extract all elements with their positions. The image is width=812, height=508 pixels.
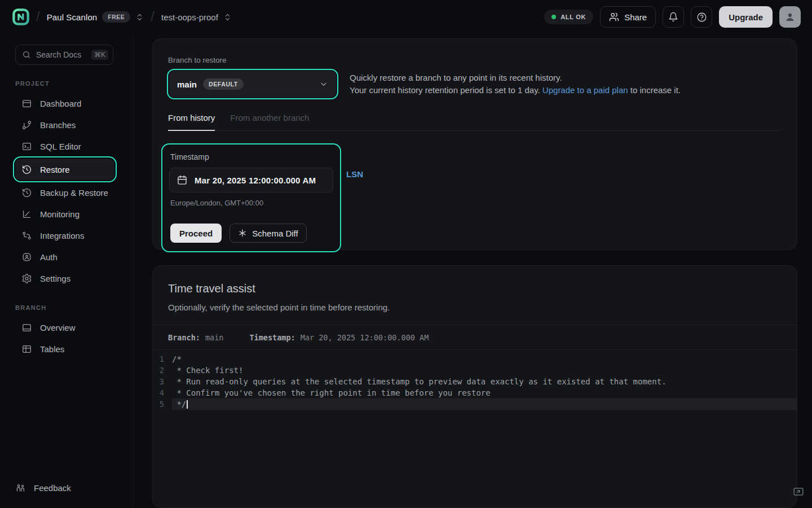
breadcrumb-divider: / xyxy=(151,8,155,24)
integrations-icon xyxy=(21,230,32,241)
default-branch-badge: DEFAULT xyxy=(203,78,244,90)
restore-panel: Branch to restore main DEFAULT Quickly r… xyxy=(152,38,797,250)
sidebar-section-branch: BRANCH xyxy=(15,304,133,311)
neon-logo-icon[interactable] xyxy=(12,8,29,25)
sidebar-item-restore[interactable]: Restore xyxy=(15,159,114,180)
sidebar: Search Docs ⌘K PROJECT Dashboard Branche… xyxy=(0,34,134,508)
sql-editor-icon xyxy=(21,141,32,152)
auth-user-icon xyxy=(21,252,32,262)
sidebar-item-integrations[interactable]: Integrations xyxy=(15,225,114,246)
status-dot-icon xyxy=(551,15,556,19)
chart-icon xyxy=(21,209,32,220)
timestamp-value: Mar 20, 2025 12:00:00.000 AM xyxy=(195,176,316,185)
text-cursor xyxy=(187,400,188,409)
gear-icon xyxy=(21,273,32,284)
schema-diff-icon xyxy=(238,229,247,238)
share-button[interactable]: Share xyxy=(600,6,656,28)
selected-branch: main xyxy=(177,80,197,89)
notifications-button[interactable] xyxy=(663,6,684,28)
help-circle-icon xyxy=(696,12,707,23)
breadcrumb: / Paul Scanlon FREE / test-oops-proof xyxy=(12,8,232,25)
search-placeholder: Search Docs xyxy=(36,50,86,59)
upgrade-plan-link[interactable]: Upgrade to a paid plan xyxy=(542,85,628,95)
overview-icon xyxy=(21,322,32,333)
chevron-down-icon xyxy=(319,80,328,89)
meta-timestamp: Timestamp: Mar 20, 2025 12:00:00.000 AM xyxy=(249,333,429,342)
time-travel-meta: Branch: main Timestamp: Mar 20, 2025 12:… xyxy=(153,325,797,350)
time-travel-subtitle: Optionally, verify the selected point in… xyxy=(168,303,782,312)
org-selector[interactable]: Paul Scanlon FREE xyxy=(47,11,144,23)
tab-from-history[interactable]: From history xyxy=(168,113,215,131)
dashboard-icon xyxy=(21,98,32,109)
sidebar-item-settings[interactable]: Settings xyxy=(15,268,114,289)
search-input[interactable]: Search Docs ⌘K xyxy=(15,45,113,65)
time-travel-title: Time travel assist xyxy=(168,282,782,295)
sidebar-item-dashboard[interactable]: Dashboard xyxy=(15,93,114,114)
sidebar-item-backup-restore[interactable]: Backup & Restore xyxy=(15,182,114,203)
project-name: test-oops-proof xyxy=(161,12,218,22)
code-line: 1 /* xyxy=(153,353,797,365)
org-name: Paul Scanlon xyxy=(47,12,98,22)
project-selector[interactable]: test-oops-proof xyxy=(161,12,232,22)
breadcrumb-divider: / xyxy=(36,8,40,24)
timestamp-label: Timestamp xyxy=(170,152,333,161)
top-header: / Paul Scanlon FREE / test-oops-proof AL… xyxy=(0,0,812,34)
code-line-active: 5 */ xyxy=(153,398,797,410)
git-branch-icon xyxy=(21,120,32,130)
tab-from-another-branch[interactable]: From another branch xyxy=(230,113,309,130)
branch-to-restore-label: Branch to restore xyxy=(168,56,782,64)
header-actions: ALL OK Share Upgrade xyxy=(544,6,801,28)
avatar[interactable] xyxy=(779,6,801,28)
restore-description: Quickly restore a branch to any point in… xyxy=(350,70,681,97)
calendar-icon xyxy=(176,174,188,186)
sql-editor-area[interactable]: 1 /* 2 * Check first! 3 * Run read-only … xyxy=(153,350,797,410)
timestamp-card: Timestamp Mar 20, 2025 12:00:00.000 AM E… xyxy=(161,143,341,252)
plan-badge: FREE xyxy=(102,11,130,23)
status-badge[interactable]: ALL OK xyxy=(544,10,593,24)
code-line: 4 * Confirm you've chosen the right poin… xyxy=(153,387,797,398)
people-icon xyxy=(15,483,26,493)
sidebar-item-monitoring[interactable]: Monitoring xyxy=(15,203,114,225)
expand-editor-icon[interactable] xyxy=(792,485,805,498)
branch-select[interactable]: main DEFAULT xyxy=(169,71,336,97)
backup-history-icon xyxy=(21,187,32,198)
history-icon xyxy=(21,164,32,175)
keyboard-shortcut-badge: ⌘K xyxy=(91,50,108,60)
lsn-link[interactable]: LSN xyxy=(346,169,363,179)
sidebar-item-overview[interactable]: Overview xyxy=(15,317,114,338)
search-icon xyxy=(22,50,31,59)
bell-icon xyxy=(668,12,678,22)
chevrons-up-down-icon xyxy=(135,13,144,21)
help-button[interactable] xyxy=(691,6,712,28)
chevrons-up-down-icon xyxy=(223,13,232,21)
timezone-label: Europe/London, GMT+00:00 xyxy=(170,199,333,207)
sidebar-item-tables[interactable]: Tables xyxy=(15,338,114,360)
proceed-button[interactable]: Proceed xyxy=(170,224,222,243)
sidebar-item-branches[interactable]: Branches xyxy=(15,114,114,135)
upgrade-button[interactable]: Upgrade xyxy=(719,6,773,28)
sidebar-item-sql-editor[interactable]: SQL Editor xyxy=(15,135,114,157)
meta-branch: Branch: main xyxy=(168,333,223,342)
code-line: 3 * Run read-only queries at the selecte… xyxy=(153,376,797,387)
feedback-button[interactable]: Feedback xyxy=(15,483,71,493)
schema-diff-button[interactable]: Schema Diff xyxy=(230,224,306,243)
restore-tabs: From history From another branch xyxy=(168,113,782,131)
time-travel-panel: Time travel assist Optionally, verify th… xyxy=(152,265,797,508)
sidebar-item-auth[interactable]: Auth xyxy=(15,246,114,268)
table-icon xyxy=(21,344,32,354)
code-line: 2 * Check first! xyxy=(153,365,797,376)
sidebar-section-project: PROJECT xyxy=(15,80,133,87)
timestamp-input[interactable]: Mar 20, 2025 12:00:00.000 AM xyxy=(169,168,333,192)
users-icon xyxy=(609,12,619,22)
